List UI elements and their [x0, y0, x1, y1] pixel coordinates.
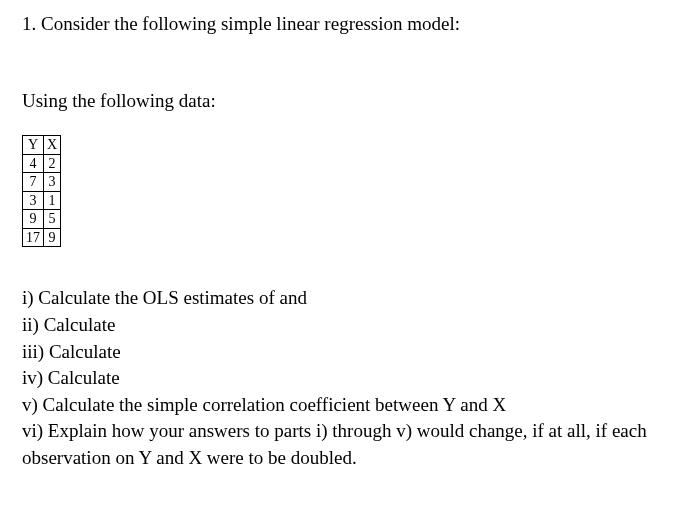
table-row: 17 9: [23, 228, 61, 247]
table-header-row: Y X: [23, 136, 61, 155]
table-cell: 9: [44, 228, 61, 247]
questions-list: i) Calculate the OLS estimates of and ii…: [22, 285, 678, 471]
table-row: 7 3: [23, 173, 61, 192]
table-row: 4 2: [23, 154, 61, 173]
question-item-v: v) Calculate the simple correlation coef…: [22, 392, 678, 419]
table-cell: 3: [23, 191, 44, 210]
table-row: 3 1: [23, 191, 61, 210]
table-cell: 7: [23, 173, 44, 192]
question-item-i: i) Calculate the OLS estimates of and: [22, 285, 678, 312]
table-cell: 17: [23, 228, 44, 247]
table-row: 9 5: [23, 210, 61, 229]
table-cell: 9: [23, 210, 44, 229]
table-cell: 5: [44, 210, 61, 229]
table-cell: 2: [44, 154, 61, 173]
table-cell: 1: [44, 191, 61, 210]
data-intro-text: Using the following data:: [22, 89, 678, 114]
table-header-x: X: [44, 136, 61, 155]
table-cell: 4: [23, 154, 44, 173]
question-item-iii: iii) Calculate: [22, 339, 678, 366]
question-item-vi: vi) Explain how your answers to parts i)…: [22, 418, 678, 471]
data-table: Y X 4 2 7 3 3 1 9 5 17 9: [22, 135, 61, 247]
question-item-ii: ii) Calculate: [22, 312, 678, 339]
question-item-iv: iv) Calculate: [22, 365, 678, 392]
question-title: 1. Consider the following simple linear …: [22, 12, 678, 37]
table-header-y: Y: [23, 136, 44, 155]
table-cell: 3: [44, 173, 61, 192]
